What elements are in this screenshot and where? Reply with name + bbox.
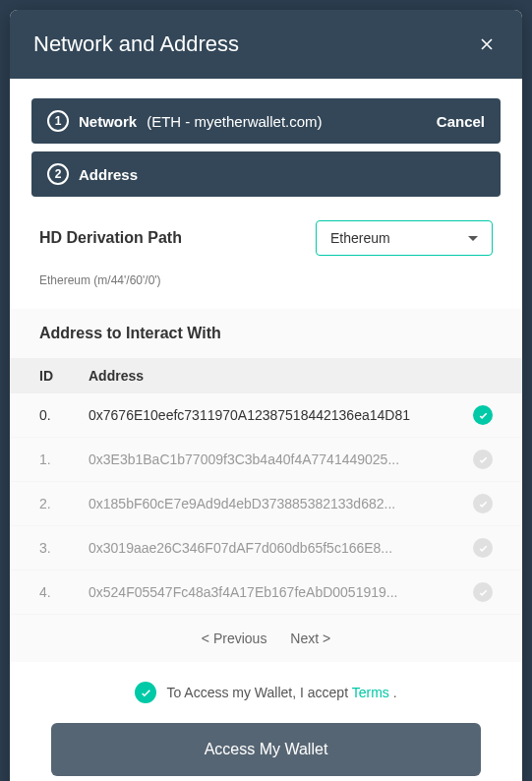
step-network-label: Network — [79, 113, 137, 130]
next-button[interactable]: Next > — [290, 631, 330, 646]
access-wallet-button[interactable]: Access My Wallet — [51, 723, 481, 776]
cancel-button[interactable]: Cancel — [437, 113, 485, 130]
col-address-header: Address — [89, 368, 493, 384]
modal-header: Network and Address — [10, 10, 522, 79]
step-network[interactable]: 1 Network (ETH - myetherwallet.com) Canc… — [31, 98, 501, 144]
step-network-sub: (ETH - myetherwallet.com) — [147, 113, 322, 130]
address-list: 0.0x7676E10eefc7311970A12387518442136ea1… — [10, 393, 522, 615]
address-value: 0x7676E10eefc7311970A12387518442136ea14D… — [89, 407, 413, 423]
check-icon — [140, 687, 152, 699]
prev-button[interactable]: < Previous — [202, 631, 267, 646]
pagination: < Previous Next > — [10, 615, 522, 662]
address-select-check[interactable] — [473, 450, 493, 469]
address-row[interactable]: 0.0x7676E10eefc7311970A12387518442136ea1… — [10, 393, 522, 438]
address-row[interactable]: 1.0x3E3b1BaC1b77009f3C3b4a40f4A774144902… — [10, 438, 522, 482]
address-row[interactable]: 4.0x524F05547Fc48a3f4A17Eb167feAbD005191… — [10, 571, 522, 615]
address-row[interactable]: 2.0x185bF60cE7e9Ad9d4ebD373885382133d682… — [10, 482, 522, 526]
check-icon — [478, 410, 489, 421]
address-id: 4. — [39, 584, 89, 600]
address-id: 3. — [39, 540, 89, 556]
modal-body: 1 Network (ETH - myetherwallet.com) Canc… — [10, 79, 522, 781]
modal-dialog: Network and Address 1 Network (ETH - mye… — [10, 10, 522, 781]
address-value: 0x524F05547Fc48a3f4A17Eb167feAbD0051919.… — [89, 584, 413, 600]
step-address-label: Address — [79, 166, 138, 183]
address-id: 2. — [39, 496, 89, 511]
address-select-check[interactable] — [473, 405, 493, 425]
col-id-header: ID — [39, 368, 89, 384]
address-select-check[interactable] — [473, 582, 493, 602]
step-address[interactable]: 2 Address — [31, 151, 501, 197]
terms-row: To Access my Wallet, I accept Terms . — [31, 682, 501, 703]
address-value: 0x3E3b1BaC1b77009f3C3b4a40f4A7741449025.… — [89, 451, 413, 467]
address-id: 1. — [39, 451, 89, 467]
address-row[interactable]: 3.0x3019aae26C346F07dAF7d060db65f5c166E8… — [10, 526, 522, 571]
close-icon — [477, 34, 497, 54]
terms-text: To Access my Wallet, I accept — [166, 685, 351, 700]
hd-dropdown[interactable]: Ethereum — [316, 220, 493, 256]
close-button[interactable] — [475, 32, 499, 56]
step-network-left: 1 Network (ETH - myetherwallet.com) — [47, 110, 323, 132]
check-icon — [478, 543, 489, 554]
modal-title: Network and Address — [33, 31, 239, 57]
check-icon — [478, 587, 489, 598]
step-number-2: 2 — [47, 163, 69, 185]
hd-label: HD Derivation Path — [39, 229, 182, 247]
step-address-left: 2 Address — [47, 163, 138, 185]
address-select-check[interactable] — [473, 494, 493, 513]
hd-dropdown-value: Ethereum — [330, 230, 390, 246]
address-value: 0x3019aae26C346F07dAF7d060db65f5c166E8..… — [89, 540, 413, 556]
check-icon — [478, 499, 489, 510]
address-section: Address to Interact With ID Address 0.0x… — [10, 309, 522, 662]
terms-checkbox[interactable] — [135, 682, 156, 703]
address-select-check[interactable] — [473, 538, 493, 558]
check-icon — [478, 454, 489, 465]
chevron-down-icon — [468, 236, 478, 241]
address-section-title: Address to Interact With — [10, 309, 522, 358]
address-table-head: ID Address — [10, 358, 522, 393]
terms-link[interactable]: Terms — [352, 685, 389, 700]
hd-path-text: Ethereum (m/44'/60'/0') — [31, 264, 501, 309]
step-number-1: 1 — [47, 110, 69, 132]
address-value: 0x185bF60cE7e9Ad9d4ebD373885382133d682..… — [89, 496, 413, 511]
address-id: 0. — [39, 407, 89, 423]
terms-dot: . — [389, 685, 397, 700]
terms-text-container: To Access my Wallet, I accept Terms . — [166, 685, 396, 700]
hd-derivation-section: HD Derivation Path Ethereum — [31, 220, 501, 256]
